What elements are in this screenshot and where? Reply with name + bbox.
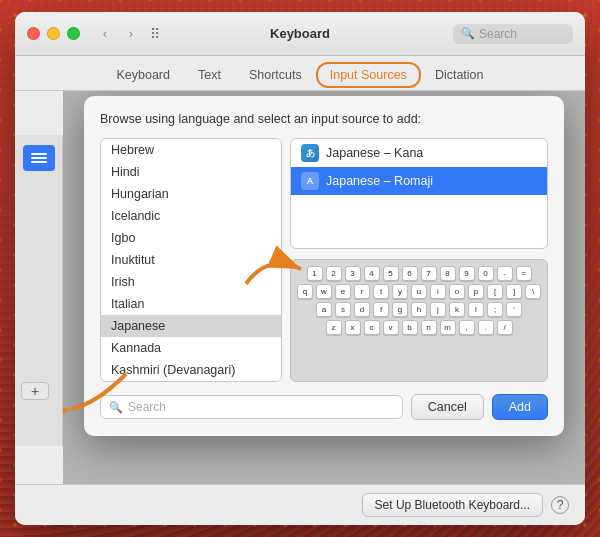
add-source-button[interactable]: + xyxy=(21,382,49,400)
kb-key-bracketl: [ xyxy=(487,284,503,299)
icon-line-2 xyxy=(31,157,47,159)
kb-key-4: 4 xyxy=(364,266,380,281)
apps-grid-icon[interactable]: ⠿ xyxy=(150,26,160,42)
lang-item-hebrew[interactable]: Hebrew xyxy=(101,139,281,161)
kb-key-r: r xyxy=(354,284,370,299)
kb-key-y: y xyxy=(392,284,408,299)
traffic-lights xyxy=(27,27,80,40)
icon-line-3 xyxy=(31,161,47,163)
kb-key-3: 3 xyxy=(345,266,361,281)
dialog-overlay: Browse using language and select an inpu… xyxy=(63,91,585,484)
bluetooth-keyboard-button[interactable]: Set Up Bluetooth Keyboard... xyxy=(362,493,543,517)
kb-key-7: 7 xyxy=(421,266,437,281)
kb-key-b: b xyxy=(402,320,418,335)
dialog-bottom: 🔍 Search Cancel Add xyxy=(100,394,548,420)
kb-key-q: q xyxy=(297,284,313,299)
kb-key-z: z xyxy=(326,320,342,335)
input-item-kana[interactable]: あ Japanese – Kana xyxy=(291,139,547,167)
kb-key-e: e xyxy=(335,284,351,299)
search-placeholder: Search xyxy=(479,27,517,41)
content-body: Browse using language and select an inpu… xyxy=(63,91,585,484)
icon-line-1 xyxy=(31,153,47,155)
dialog-header: Browse using language and select an inpu… xyxy=(100,112,548,126)
kb-key-0: 0 xyxy=(478,266,494,281)
kb-key-c: c xyxy=(364,320,380,335)
tab-input-sources[interactable]: Input Sources xyxy=(316,62,421,88)
tabs-bar: Keyboard Text Shortcuts Input Sources Di… xyxy=(15,56,585,91)
lang-item-kashmiri[interactable]: Kashmiri (Devanagari) xyxy=(101,359,281,381)
kb-key-semicolon: ; xyxy=(487,302,503,317)
title-bar: ‹ › ⠿ Keyboard 🔍 Search xyxy=(15,12,585,56)
tab-text[interactable]: Text xyxy=(184,62,235,90)
kb-key-slash: / xyxy=(497,320,513,335)
kb-key-x: x xyxy=(345,320,361,335)
lang-item-italian[interactable]: Italian xyxy=(101,293,281,315)
search-field-icon: 🔍 xyxy=(109,401,123,414)
add-button[interactable]: Add xyxy=(492,394,548,420)
search-field[interactable]: 🔍 Search xyxy=(100,395,403,419)
cancel-button[interactable]: Cancel xyxy=(411,394,484,420)
minimize-button[interactable] xyxy=(47,27,60,40)
tab-keyboard[interactable]: Keyboard xyxy=(102,62,184,90)
kb-key-d: d xyxy=(354,302,370,317)
kb-key-k: k xyxy=(449,302,465,317)
kb-row-qwerty: q w e r t y u i o p xyxy=(297,284,541,299)
kb-key-2: 2 xyxy=(326,266,342,281)
kb-key-o: o xyxy=(449,284,465,299)
kb-key-g: g xyxy=(392,302,408,317)
kb-key-h: h xyxy=(411,302,427,317)
sidebar-icon-lines xyxy=(31,153,47,163)
kb-key-u: u xyxy=(411,284,427,299)
input-item-romaji[interactable]: A Japanese – Romaji xyxy=(291,167,547,195)
tab-shortcuts[interactable]: Shortcuts xyxy=(235,62,316,90)
kb-key-p: p xyxy=(468,284,484,299)
kb-key-6: 6 xyxy=(402,266,418,281)
search-icon: 🔍 xyxy=(461,27,475,40)
kb-key-minus: - xyxy=(497,266,513,281)
kb-key-comma: , xyxy=(459,320,475,335)
lists-container: Hebrew Hindi Hungarian Icelandic Igbo In… xyxy=(100,138,548,382)
back-button[interactable]: ‹ xyxy=(94,23,116,45)
kb-key-v: v xyxy=(383,320,399,335)
bottom-bar: Set Up Bluetooth Keyboard... ? xyxy=(15,484,585,525)
language-list: Hebrew Hindi Hungarian Icelandic Igbo In… xyxy=(100,138,282,382)
lang-item-hungarian[interactable]: Hungarian xyxy=(101,183,281,205)
lang-item-irish[interactable]: Irish xyxy=(101,271,281,293)
input-methods-list: あ Japanese – Kana A Japanese – Romaji xyxy=(290,138,548,249)
kb-key-1: 1 xyxy=(307,266,323,281)
kb-key-8: 8 xyxy=(440,266,456,281)
forward-button[interactable]: › xyxy=(120,23,142,45)
add-input-source-dialog: Browse using language and select an inpu… xyxy=(84,96,564,436)
tab-dictation[interactable]: Dictation xyxy=(421,62,498,90)
lang-item-igbo[interactable]: Igbo xyxy=(101,227,281,249)
kb-row-numbers: 1 2 3 4 5 6 7 8 9 0 xyxy=(297,266,541,281)
lang-item-kannada[interactable]: Kannada xyxy=(101,337,281,359)
lang-item-inuktitut[interactable]: Inuktitut xyxy=(101,249,281,271)
title-search-bar[interactable]: 🔍 Search xyxy=(453,24,573,44)
help-button[interactable]: ? xyxy=(551,496,569,514)
kb-row-zxcv: z x c v b n m , . / xyxy=(297,320,541,335)
kb-key-9: 9 xyxy=(459,266,475,281)
search-field-placeholder: Search xyxy=(128,400,166,414)
kb-key-n: n xyxy=(421,320,437,335)
kb-key-quote: ' xyxy=(506,302,522,317)
maximize-button[interactable] xyxy=(67,27,80,40)
romaji-icon: A xyxy=(301,172,319,190)
kb-key-backslash: \ xyxy=(525,284,541,299)
main-window: ‹ › ⠿ Keyboard 🔍 Search Keyboard Text Sh… xyxy=(15,12,585,525)
kb-row-asdf: a s d f g h j k l ; xyxy=(297,302,541,317)
lang-item-hindi[interactable]: Hindi xyxy=(101,161,281,183)
lang-item-icelandic[interactable]: Icelandic xyxy=(101,205,281,227)
lang-item-japanese[interactable]: Japanese xyxy=(101,315,281,337)
kb-key-t: t xyxy=(373,284,389,299)
kb-key-i: i xyxy=(430,284,446,299)
kb-key-j: j xyxy=(430,302,446,317)
kb-key-s: s xyxy=(335,302,351,317)
kb-key-5: 5 xyxy=(383,266,399,281)
kb-key-bracketr: ] xyxy=(506,284,522,299)
kana-label: Japanese – Kana xyxy=(326,146,423,160)
sidebar: + xyxy=(15,135,63,446)
close-button[interactable] xyxy=(27,27,40,40)
kb-key-a: a xyxy=(316,302,332,317)
sidebar-icon[interactable] xyxy=(23,145,55,171)
